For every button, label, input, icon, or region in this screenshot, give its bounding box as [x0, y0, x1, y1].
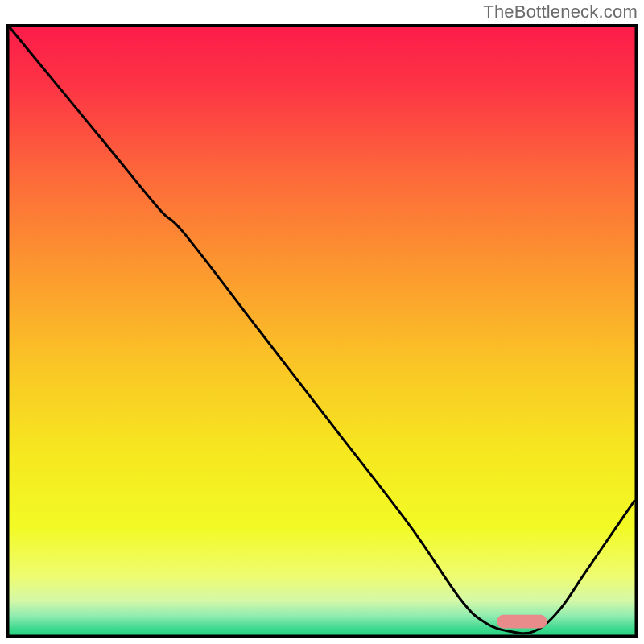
chart-container: TheBottleneck.com [0, 0, 644, 644]
watermark-text: TheBottleneck.com [483, 2, 638, 23]
optimal-marker [497, 615, 547, 629]
bottleneck-chart [6, 24, 638, 638]
plot-area [6, 24, 638, 638]
